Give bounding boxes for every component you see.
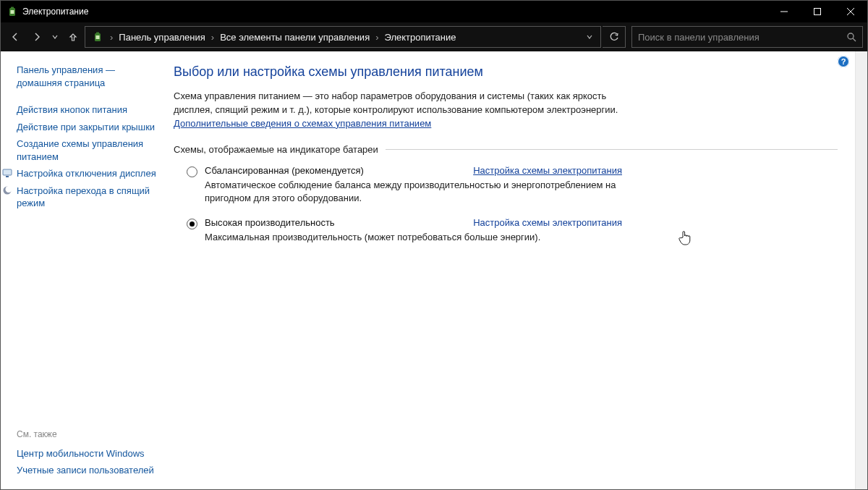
breadcrumb-item[interactable]: Все элементы панели управления [217, 32, 373, 43]
forward-button[interactable] [27, 27, 47, 47]
window-title: Электропитание [22, 7, 88, 17]
addressbar: › Панель управления › Все элементы панел… [1, 22, 867, 51]
sidebar-link-power-buttons[interactable]: Действия кнопок питания [17, 101, 156, 119]
svg-rect-3 [814, 9, 821, 15]
svg-rect-6 [96, 35, 100, 39]
search-icon[interactable] [846, 32, 856, 42]
svg-point-7 [848, 33, 854, 39]
sidebar: Панель управления — домашняя страница Де… [1, 51, 163, 489]
help-icon[interactable]: ? [838, 56, 849, 67]
sidebar-link-lid-close[interactable]: Действие при закрытии крышки [17, 119, 156, 136]
more-info-link[interactable]: Дополнительные сведения о схемах управле… [174, 118, 431, 129]
change-plan-settings-link[interactable]: Настройка схемы электропитания [473, 165, 622, 176]
plan-group-label: Схемы, отображаемые на индикаторе батаре… [174, 144, 378, 155]
sidebar-home-link[interactable]: Панель управления — домашняя страница [17, 62, 156, 91]
vertical-scrollbar[interactable] [855, 51, 867, 489]
svg-rect-1 [11, 7, 14, 9]
plan-label[interactable]: Высокая производительность [205, 217, 335, 228]
chevron-right-icon[interactable]: › [109, 32, 114, 43]
search-input[interactable] [638, 32, 846, 43]
window: Электропитание [0, 0, 868, 490]
monitor-icon [2, 168, 12, 178]
breadcrumb-item[interactable]: Панель управления [116, 32, 208, 43]
sidebar-link-display-off[interactable]: Настройка отключения дисплея [17, 165, 156, 182]
main-panel: ? Выбор или настройка схемы управления п… [163, 51, 855, 489]
divider [386, 149, 838, 150]
hand-cursor-icon [678, 229, 692, 245]
svg-rect-9 [6, 176, 9, 177]
change-plan-settings-link[interactable]: Настройка схемы электропитания [473, 217, 622, 228]
sidebar-link-create-plan[interactable]: Создание схемы управления питанием [17, 135, 156, 165]
address-dropdown-button[interactable] [582, 34, 597, 40]
svg-point-11 [6, 186, 12, 193]
plan-label[interactable]: Сбалансированная (рекомендуется) [205, 165, 364, 176]
see-also-user-accounts[interactable]: Учетные записи пользователей [17, 462, 156, 479]
sidebar-link-sleep[interactable]: Настройка перехода в спящий режим [17, 182, 156, 212]
radio-balanced[interactable] [187, 166, 197, 177]
plan-description: Максимальная производительность (может п… [205, 231, 622, 245]
battery-location-icon [91, 30, 104, 43]
page-description-text: Схема управления питанием — это набор па… [174, 90, 618, 115]
radio-high-performance[interactable] [187, 219, 197, 229]
minimize-button[interactable] [767, 1, 801, 22]
moon-icon [2, 185, 12, 195]
breadcrumb-item[interactable]: Электропитание [382, 32, 459, 43]
back-button[interactable] [5, 27, 25, 47]
see-also-mobility-center[interactable]: Центр мобильности Windows [17, 445, 156, 462]
breadcrumb[interactable]: › Панель управления › Все элементы панел… [85, 26, 601, 48]
refresh-button[interactable] [603, 26, 626, 48]
chevron-right-icon[interactable]: › [210, 32, 216, 43]
maximize-button[interactable] [801, 1, 834, 22]
up-button[interactable] [63, 27, 83, 47]
close-button[interactable] [834, 1, 867, 22]
search-box[interactable] [631, 26, 863, 48]
power-plan-balanced: Сбалансированная (рекомендуется) Настрой… [174, 164, 622, 216]
content: Панель управления — домашняя страница Де… [1, 51, 867, 489]
page-heading: Выбор или настройка схемы управления пит… [174, 64, 838, 80]
recent-locations-button[interactable] [48, 27, 61, 47]
svg-rect-5 [96, 33, 99, 34]
chevron-right-icon[interactable]: › [374, 32, 380, 43]
titlebar: Электропитание [1, 1, 867, 22]
svg-rect-8 [3, 169, 12, 175]
page-description: Схема управления питанием — это набор па… [174, 90, 622, 131]
power-plan-high-performance: Высокая производительность Настройка схе… [174, 216, 622, 255]
plan-group-header: Схемы, отображаемые на индикаторе батаре… [174, 144, 838, 155]
see-also-header: См. также [17, 429, 156, 439]
battery-app-icon [7, 6, 18, 17]
plan-description: Автоматическое соблюдение баланса между … [205, 179, 622, 206]
svg-rect-2 [11, 10, 14, 14]
